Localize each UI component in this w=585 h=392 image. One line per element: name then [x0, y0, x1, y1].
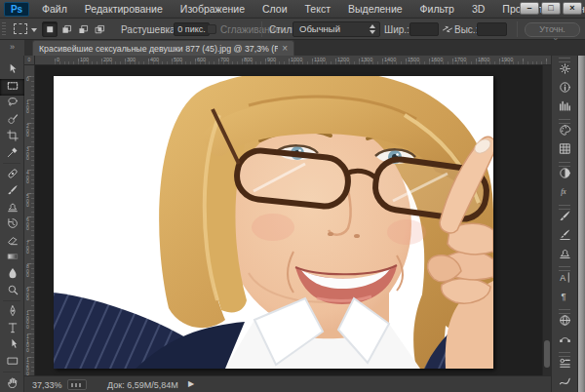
move-tool[interactable] [0, 62, 24, 79]
lasso-tool[interactable] [0, 96, 24, 112]
vruler-label: 3 0 0 [26, 147, 29, 161]
panel-brush-presets-button[interactable] [552, 227, 577, 246]
feather-label: Растушевка: [121, 24, 177, 35]
menu-item-1[interactable]: Файл [33, 0, 76, 19]
hand-tool[interactable] [0, 375, 24, 392]
panel-group-grip[interactable] [552, 117, 577, 123]
menu-item-8[interactable]: 3D [463, 0, 493, 19]
quick-selection-tool[interactable] [0, 112, 24, 129]
rectangle-tool[interactable] [0, 354, 24, 371]
blur-tool[interactable] [0, 266, 24, 283]
brush-tool[interactable] [0, 183, 24, 200]
tab-close-icon[interactable]: × [282, 42, 288, 56]
close-button[interactable]: × [563, 2, 582, 15]
maximize-button[interactable]: □ [541, 2, 561, 15]
menu-item-3[interactable]: Изображение [172, 0, 254, 19]
pen-tool[interactable] [0, 304, 24, 321]
panel-history-button[interactable] [552, 374, 577, 392]
panel-histogram-button[interactable] [552, 98, 577, 117]
vruler-label: 5 0 0 [26, 194, 29, 208]
menu-item-6[interactable]: Выделение [339, 0, 411, 19]
vruler-label: 0 [26, 77, 29, 82]
panel-group-grip[interactable] [552, 264, 577, 270]
photoshop-window: { "menu_bar": { "logo": "Ps", "items": [… [0, 0, 585, 392]
panel-paragraph-button[interactable]: ¶ [552, 289, 577, 307]
paragraph-icon: ¶ [558, 289, 572, 307]
vruler-label: 2 0 0 [26, 124, 29, 137]
crop-tool[interactable] [0, 129, 24, 145]
vertical-scrollbar[interactable] [542, 65, 551, 375]
scrollbar-thumb[interactable] [544, 340, 550, 368]
minimize-button[interactable]: – [520, 2, 539, 15]
menu-item-7[interactable]: Фильтр [411, 0, 463, 19]
subtract-from-selection-button[interactable] [75, 21, 91, 37]
width-input[interactable] [410, 22, 439, 36]
document-tab[interactable]: Красивейшие сексуальные девушки 877 (45)… [32, 40, 294, 56]
panel-swatches-button[interactable] [552, 141, 577, 160]
menu-bar: Ps ФайлРедактированиеИзображениеСлоиТекс… [0, 0, 585, 19]
zoom-level-field[interactable]: 37,33% [32, 380, 62, 390]
panel-group-grip[interactable] [552, 56, 577, 61]
brush-panel-icon [558, 209, 572, 227]
height-input[interactable] [477, 22, 507, 36]
chevron-down-icon[interactable] [31, 28, 37, 32]
panel-group-grip[interactable] [552, 160, 577, 166]
menu-item-2[interactable]: Редактирование [76, 0, 172, 19]
document-tab-title: Красивейшие сексуальные девушки 877 (45)… [39, 44, 278, 54]
tool-preset-icon[interactable] [14, 23, 27, 34]
panel-info-button[interactable] [552, 80, 577, 98]
height-label: Выс.: [454, 24, 478, 35]
history-brush-tool[interactable] [0, 216, 24, 233]
horizontal-ruler[interactable]: 0100200300400500600700800900100011001200… [35, 56, 551, 65]
panel-clone-source-button[interactable] [552, 246, 577, 264]
hruler-label: 0 [57, 57, 59, 62]
panel-styles-button[interactable]: fx [552, 184, 577, 203]
panel-brush-panel-button[interactable] [552, 209, 577, 227]
intersect-selection-button[interactable] [92, 21, 107, 37]
rectangular-marquee-tool[interactable] [0, 79, 24, 96]
vertical-ruler[interactable]: 01 0 02 0 03 0 04 0 05 0 06 0 07 0 08 0 … [24, 65, 35, 375]
status-thumbnail-icon[interactable] [67, 379, 87, 390]
new-selection-button[interactable] [42, 21, 58, 37]
clone-stamp-tool[interactable] [0, 200, 24, 216]
path-selection-tool[interactable] [0, 337, 24, 354]
panel-paths-button[interactable] [552, 332, 577, 350]
menu-item-5[interactable]: Текст [296, 0, 339, 19]
vruler-label: 6 0 0 [26, 217, 29, 231]
hruler-label: 100 [80, 57, 89, 62]
healing-brush-tool[interactable] [0, 167, 24, 183]
dodge-tool[interactable] [0, 283, 24, 299]
refine-edge-button[interactable]: Уточн. край... [525, 22, 580, 37]
panel-adjustments-button[interactable] [552, 166, 577, 184]
eyedropper-tool[interactable] [0, 145, 24, 162]
menu-item-4[interactable]: Слои [254, 0, 296, 19]
panel-3d-button[interactable] [552, 313, 577, 332]
antialias-checkbox[interactable] [207, 24, 216, 34]
panel-color-button[interactable] [552, 123, 577, 141]
add-to-selection-button[interactable] [58, 21, 74, 37]
hruler-label: 200 [103, 57, 112, 62]
style-select[interactable]: Обычный [292, 21, 380, 37]
panel-character-button[interactable]: A [552, 270, 577, 289]
eraser-tool[interactable] [0, 233, 24, 250]
toolbar-collapse-button[interactable]: » [0, 40, 24, 56]
type-tool-icon [6, 321, 20, 338]
type-tool[interactable] [0, 321, 24, 337]
vruler-label: 7 0 0 [26, 241, 29, 255]
tab-bar: » Красивейшие сексуальные девушки 877 (4… [0, 40, 585, 56]
panel-group-grip[interactable] [552, 350, 577, 356]
panel-group-grip[interactable] [552, 203, 577, 209]
canvas-viewport[interactable] [35, 65, 542, 375]
status-menu-arrow-icon[interactable]: ▶ [188, 379, 194, 388]
brush-presets-icon [558, 227, 572, 246]
feather-input[interactable] [174, 22, 210, 36]
panel-group-grip[interactable] [552, 307, 577, 313]
swap-dimensions-icon[interactable] [441, 22, 454, 36]
hruler-label: 1200 [337, 57, 349, 62]
panel-adjustments-sun-button[interactable] [552, 61, 577, 80]
options-grip-handle[interactable] [2, 22, 6, 36]
panel-layer-comps-button[interactable] [552, 356, 577, 374]
adjustments-sun-icon [558, 61, 572, 80]
gradient-tool[interactable] [0, 250, 24, 266]
ruler-corner[interactable]: 0 [24, 56, 35, 65]
